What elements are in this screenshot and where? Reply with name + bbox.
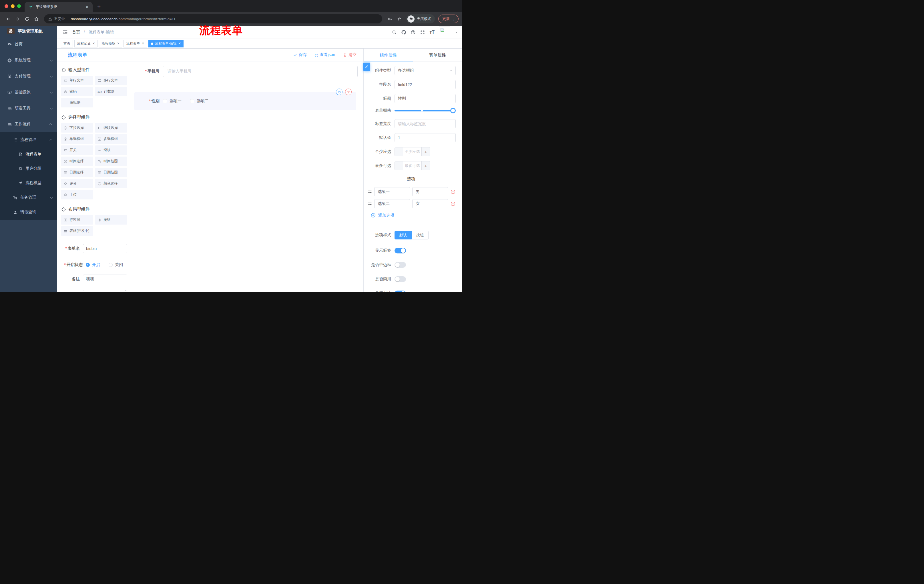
component-switch[interactable]: 开关	[61, 145, 93, 155]
sidebar-item-payment[interactable]: 支付管理	[0, 68, 57, 84]
label-width-input[interactable]	[394, 119, 456, 128]
delete-component-button[interactable]	[345, 89, 351, 95]
slider-handle[interactable]	[450, 108, 456, 114]
clear-button[interactable]: 清空	[343, 52, 356, 58]
tag-process-form-edit[interactable]: 流程表单-编辑✕	[148, 40, 183, 48]
component-radio-group[interactable]: 单选框组	[61, 134, 93, 144]
component-cascader[interactable]: 级联选择	[95, 123, 127, 133]
option-value-input[interactable]	[412, 187, 448, 196]
component-editor[interactable]: 编辑器	[61, 98, 93, 107]
minus-icon[interactable]: −	[395, 161, 403, 170]
radio-on[interactable]	[86, 263, 90, 267]
sidebar-item-workflow[interactable]: 工作流程	[0, 116, 57, 132]
sidebar-item-infra[interactable]: 基础设施	[0, 84, 57, 100]
drag-handle-icon[interactable]	[367, 201, 372, 206]
resize-handle-icon[interactable]	[124, 288, 126, 291]
radio-off-label[interactable]: 关闭	[115, 262, 123, 267]
component-counter[interactable]: 123计数器	[95, 87, 127, 96]
disabled-toggle[interactable]	[394, 276, 406, 282]
tag-process-model[interactable]: 流程模型✕	[99, 40, 122, 48]
stepper-placeholder[interactable]: 最多可选	[403, 161, 421, 170]
component-row-container[interactable]: 行容器	[61, 215, 93, 225]
avatar[interactable]	[439, 26, 450, 38]
tag-home[interactable]: 首页	[61, 40, 73, 48]
sidebar-item-system[interactable]: 系统管理	[0, 52, 57, 68]
sidebar-item-home[interactable]: 首页	[0, 36, 57, 52]
github-icon[interactable]	[401, 30, 406, 35]
drag-handle-icon[interactable]	[367, 189, 372, 194]
browser-menu-dots-icon[interactable]: ⋮	[452, 17, 456, 21]
checkbox[interactable]	[190, 99, 194, 103]
component-rate[interactable]: 评分	[61, 179, 93, 188]
password-key-icon[interactable]	[388, 16, 392, 21]
add-option-button[interactable]: 添加选项	[371, 212, 456, 218]
form-name-input[interactable]	[83, 244, 127, 253]
component-color-picker[interactable]: 颜色选择	[95, 179, 127, 188]
component-time-picker[interactable]: 时间选择	[61, 156, 93, 166]
sidebar-item-process-model[interactable]: 流程模型	[0, 176, 57, 190]
component-time-range[interactable]: 时间范围	[95, 156, 127, 166]
font-size-icon[interactable]: ᴛT	[429, 30, 434, 35]
radio-off[interactable]	[109, 263, 113, 267]
required-toggle[interactable]	[394, 291, 406, 292]
sidebar-item-user-group[interactable]: 用户分组	[0, 161, 57, 176]
close-icon[interactable]: ✕	[117, 42, 119, 45]
style-button-button[interactable]: 按钮	[412, 231, 429, 239]
component-table-dev[interactable]: 表格[开发中]	[61, 226, 93, 236]
minimize-window-button[interactable]	[11, 4, 15, 8]
component-dropdown[interactable]: 下拉选择	[61, 123, 93, 133]
tab-component-props[interactable]: 组件属性	[364, 49, 413, 61]
canvas-phone-field[interactable]: *手机号 请输入手机号	[134, 66, 358, 77]
browser-update-button[interactable]: 更新 ⋮	[438, 15, 459, 23]
canvas-gender-field-selected[interactable]: *性别 选项一 选项二	[134, 92, 356, 110]
sidebar-item-process-form[interactable]: 流程表单	[0, 147, 57, 161]
view-json-button[interactable]: ◎ 查看json	[315, 52, 335, 58]
option-label-input[interactable]	[374, 187, 410, 196]
border-toggle[interactable]	[394, 262, 406, 268]
checkbox[interactable]	[163, 99, 167, 103]
style-default-button[interactable]: 默认	[394, 231, 412, 239]
sidebar-fold-icon[interactable]	[62, 30, 68, 35]
bookmark-star-icon[interactable]	[397, 16, 402, 21]
breadcrumb-home[interactable]: 首页	[72, 30, 80, 34]
option-label-input[interactable]	[374, 199, 410, 208]
component-date-range[interactable]: 日期范围	[95, 168, 127, 177]
new-tab-button[interactable]: +	[97, 4, 101, 10]
sidebar-item-task-mgmt[interactable]: 任务管理	[0, 190, 57, 205]
component-date-picker[interactable]: 日期选择	[61, 168, 93, 177]
gender-option-2[interactable]: 选项二	[190, 99, 209, 104]
address-bar[interactable]: 不安全 dashboard.yudao.iocoder.cn /bpm/mana…	[44, 14, 382, 23]
avatar-caret-down-icon[interactable]	[455, 31, 458, 34]
component-slider[interactable]: 滑块	[95, 145, 127, 155]
form-grid-slider[interactable]	[394, 110, 453, 112]
tag-process-form[interactable]: 流程表单✕	[124, 40, 147, 48]
remove-option-button[interactable]	[450, 189, 456, 194]
radio-on-label[interactable]: 开启	[92, 262, 100, 267]
close-icon[interactable]: ✕	[142, 42, 144, 45]
plus-icon[interactable]: +	[421, 147, 430, 156]
form-remark-textarea[interactable]: 嘿嘿	[83, 275, 127, 291]
tab-form-props[interactable]: 表单属性	[413, 49, 462, 61]
sidebar-item-devtools[interactable]: 研发工具	[0, 100, 57, 116]
component-checkbox-group[interactable]: 多选框组	[95, 134, 127, 144]
gender-option-1[interactable]: 选项一	[163, 99, 182, 104]
help-icon[interactable]	[411, 30, 416, 35]
copy-component-button[interactable]	[336, 89, 343, 95]
tab-close-icon[interactable]: ✕	[84, 5, 90, 9]
home-icon[interactable]	[34, 16, 39, 22]
browser-tab[interactable]: 芋道管理系统 ✕	[25, 2, 92, 12]
option-value-input[interactable]	[412, 199, 448, 208]
remove-option-button[interactable]	[450, 201, 456, 207]
close-icon[interactable]: ✕	[178, 42, 181, 45]
form-canvas[interactable]: *手机号 请输入手机号 *性别 选项一 选项二	[131, 61, 363, 292]
show-label-toggle[interactable]	[394, 248, 406, 253]
phone-input[interactable]: 请输入手机号	[163, 66, 358, 77]
security-badge[interactable]: 不安全	[54, 16, 65, 21]
link-tag[interactable]	[363, 63, 370, 71]
stepper-placeholder[interactable]: 至少应选	[403, 147, 421, 156]
default-value-input[interactable]	[394, 133, 456, 142]
back-icon[interactable]	[5, 16, 11, 22]
sidebar-item-leave-query[interactable]: 请假查询	[0, 205, 57, 220]
field-name-input[interactable]	[394, 80, 456, 89]
forward-icon[interactable]	[15, 16, 20, 22]
